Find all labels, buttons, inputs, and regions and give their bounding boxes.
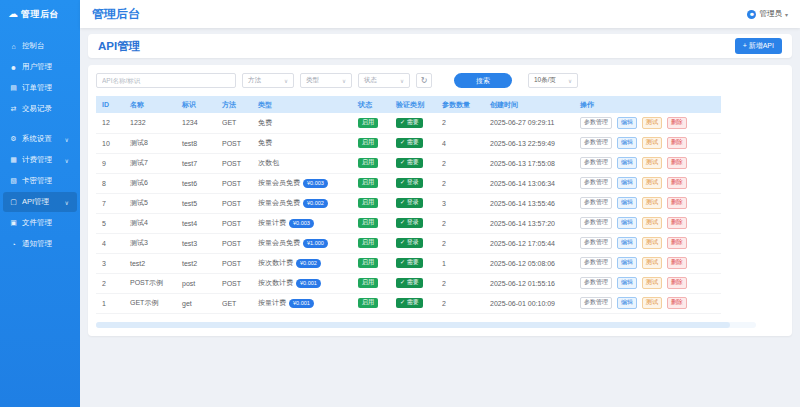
verify-badge: ✓ 登录: [396, 198, 423, 208]
cell-created: 2025-06-12 01:55:16: [484, 273, 574, 293]
horizontal-scrollbar[interactable]: [96, 322, 756, 328]
sidebar-item-notify[interactable]: ◔ 通知管理 ∨: [3, 234, 77, 254]
params-button[interactable]: 参数管理: [580, 157, 612, 169]
cell-slug: test5: [176, 193, 216, 213]
cell-params: 2: [436, 233, 484, 253]
test-button[interactable]: 测试: [642, 217, 662, 229]
sidebar-item-billing[interactable]: ▦ 计费管理 ∨: [3, 150, 77, 170]
page-size-select[interactable]: 10条/页 ∨: [528, 73, 578, 88]
cell-slug: 1234: [176, 113, 216, 133]
sidebar-item-console[interactable]: ⌂ 控制台 ∨: [3, 36, 77, 56]
search-button[interactable]: 搜索: [454, 73, 512, 88]
test-button[interactable]: 测试: [642, 137, 662, 149]
sidebar-item-settings[interactable]: ⚙ 系统设置 ∨: [3, 129, 77, 149]
cell-created: 2025-06-14 13:06:34: [484, 173, 574, 193]
test-button[interactable]: 测试: [642, 237, 662, 249]
user-menu[interactable]: ☻ 管理员 ▾: [747, 9, 788, 19]
sidebar-item-cards[interactable]: ▧ 卡密管理 ∨: [3, 171, 77, 191]
cell-id: 10: [96, 133, 124, 153]
delete-button[interactable]: 删除: [667, 257, 687, 269]
cell-id: 4: [96, 233, 124, 253]
page-title: API管理: [98, 39, 140, 54]
cell-type: 免费: [252, 113, 352, 133]
cell-id: 3: [96, 253, 124, 273]
edit-button[interactable]: 编辑: [617, 277, 637, 289]
type-select[interactable]: 类型 ∨: [300, 73, 352, 88]
cell-params: 4: [436, 133, 484, 153]
params-button[interactable]: 参数管理: [580, 177, 612, 189]
edit-button[interactable]: 编辑: [617, 217, 637, 229]
type-select-value: 类型: [306, 76, 319, 85]
test-button[interactable]: 测试: [642, 297, 662, 309]
delete-button[interactable]: 删除: [667, 237, 687, 249]
edit-button[interactable]: 编辑: [617, 137, 637, 149]
params-button[interactable]: 参数管理: [580, 137, 612, 149]
table-row: 1 GET示例 get GET 按量计费¥0.001 启用 ✓ 需要 2 202…: [96, 293, 721, 313]
edit-button[interactable]: 编辑: [617, 157, 637, 169]
status-select[interactable]: 状态 ∨: [358, 73, 410, 88]
cell-name: GET示例: [124, 293, 176, 313]
delete-button[interactable]: 删除: [667, 157, 687, 169]
chevron-down-icon: ∨: [65, 199, 71, 206]
cell-type: 按量会员免费¥1.000: [252, 233, 352, 253]
delete-button[interactable]: 删除: [667, 217, 687, 229]
cell-method: POST: [216, 173, 252, 193]
delete-button[interactable]: 删除: [667, 277, 687, 289]
sidebar-item-orders[interactable]: ▤ 订单管理 ∨: [3, 78, 77, 98]
sidebar-item-users[interactable]: ☻ 用户管理 ∨: [3, 57, 77, 77]
cell-id: 1: [96, 293, 124, 313]
scrollbar-thumb[interactable]: [96, 322, 730, 328]
cell-id: 9: [96, 153, 124, 173]
edit-button[interactable]: 编辑: [617, 257, 637, 269]
table-row: 10 测试8 test8 POST 免费 启用 ✓ 需要 4 2025-06-1…: [96, 133, 721, 153]
cell-actions: 参数管理 编辑 测试 删除: [574, 173, 721, 193]
cell-method: POST: [216, 213, 252, 233]
chevron-down-icon: ∨: [342, 78, 346, 84]
sidebar-item-transactions[interactable]: ⇄ 交易记录 ∨: [3, 99, 77, 119]
edit-button[interactable]: 编辑: [617, 177, 637, 189]
delete-button[interactable]: 删除: [667, 137, 687, 149]
cell-id: 2: [96, 273, 124, 293]
test-button[interactable]: 测试: [642, 277, 662, 289]
params-button[interactable]: 参数管理: [580, 197, 612, 209]
edit-button[interactable]: 编辑: [617, 237, 637, 249]
page-size-value: 10条/页: [534, 76, 556, 85]
edit-button[interactable]: 编辑: [617, 197, 637, 209]
cell-actions: 参数管理 编辑 测试 删除: [574, 253, 721, 273]
test-button[interactable]: 测试: [642, 197, 662, 209]
status-badge: 启用: [358, 158, 378, 168]
add-api-button[interactable]: + 新增API: [735, 38, 782, 54]
test-button[interactable]: 测试: [642, 157, 662, 169]
cell-actions: 参数管理 编辑 测试 删除: [574, 133, 721, 153]
params-button[interactable]: 参数管理: [580, 237, 612, 249]
params-button[interactable]: 参数管理: [580, 117, 612, 129]
cell-name: 测试8: [124, 133, 176, 153]
column-header: 标识: [176, 96, 216, 113]
refresh-button[interactable]: ↻: [416, 73, 432, 88]
test-button[interactable]: 测试: [642, 117, 662, 129]
params-button[interactable]: 参数管理: [580, 217, 612, 229]
delete-button[interactable]: 删除: [667, 117, 687, 129]
delete-button[interactable]: 删除: [667, 177, 687, 189]
delete-button[interactable]: 删除: [667, 197, 687, 209]
params-button[interactable]: 参数管理: [580, 257, 612, 269]
test-button[interactable]: 测试: [642, 177, 662, 189]
sidebar-item-files[interactable]: ▣ 文件管理 ∨: [3, 213, 77, 233]
table-header-row: ID名称标识方法类型状态验证类别参数数量创建时间操作: [96, 96, 721, 113]
status-badge: 启用: [358, 198, 378, 208]
verify-badge: ✓ 登录: [396, 238, 423, 248]
cell-created: 2025-06-14 13:57:20: [484, 213, 574, 233]
app-logo[interactable]: ☁ 管理后台: [0, 0, 80, 28]
test-button[interactable]: 测试: [642, 257, 662, 269]
edit-button[interactable]: 编辑: [617, 117, 637, 129]
edit-button[interactable]: 编辑: [617, 297, 637, 309]
verify-badge: ✓ 需要: [396, 118, 423, 128]
keyword-input[interactable]: [96, 73, 236, 88]
notify-icon: ◔: [9, 241, 18, 248]
sidebar-item-api[interactable]: ▢ API管理 ∨: [3, 192, 77, 212]
method-select[interactable]: 方法 ∨: [242, 73, 294, 88]
params-button[interactable]: 参数管理: [580, 277, 612, 289]
params-button[interactable]: 参数管理: [580, 297, 612, 309]
cell-created: 2025-06-12 05:08:06: [484, 253, 574, 273]
delete-button[interactable]: 删除: [667, 297, 687, 309]
